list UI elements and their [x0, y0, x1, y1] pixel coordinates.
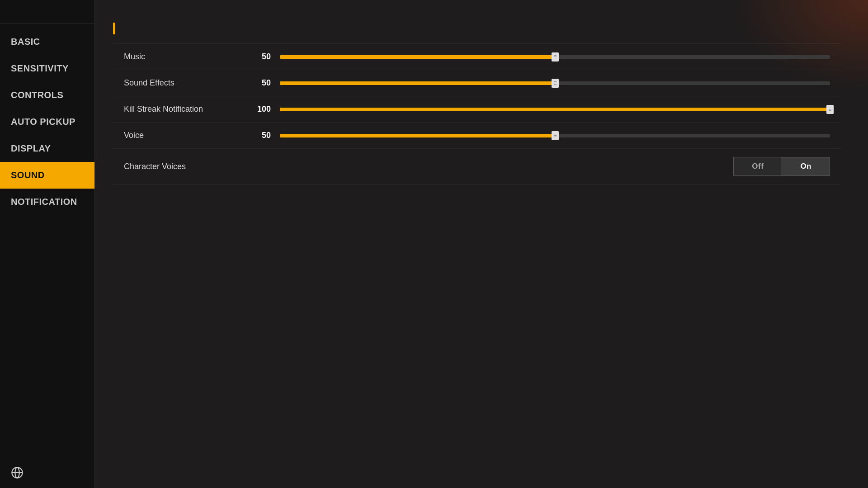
- setting-row-sound-effects: Sound Effects50: [113, 70, 841, 96]
- close-button[interactable]: [837, 5, 859, 27]
- slider-thumb-voice[interactable]: [552, 131, 559, 140]
- setting-label-sound-effects: Sound Effects: [124, 78, 250, 88]
- slider-track-music[interactable]: [280, 55, 830, 59]
- sidebar: BASICSENSITIVITYCONTROLSAUTO PICKUPDISPL…: [0, 0, 95, 488]
- section-bar-accent: [113, 23, 115, 34]
- section-header: [113, 23, 841, 34]
- slider-value-kill-streak: 100: [250, 104, 271, 114]
- sidebar-item-controls[interactable]: CONTROLS: [0, 82, 94, 109]
- setting-row-music: Music50: [113, 43, 841, 70]
- slider-container-voice: 50: [250, 131, 830, 140]
- setting-label-voice: Voice: [124, 131, 250, 140]
- slider-thumb-music[interactable]: [552, 52, 559, 62]
- slider-container-kill-streak: 100: [250, 104, 830, 114]
- setting-row-character-voices: Character VoicesOffOn: [113, 149, 841, 185]
- sidebar-item-sound[interactable]: SOUND: [0, 162, 94, 189]
- setting-label-music: Music: [124, 52, 250, 62]
- slider-thumb-sound-effects[interactable]: [552, 79, 559, 88]
- setting-row-kill-streak: Kill Streak Notification100: [113, 96, 841, 123]
- slider-track-sound-effects[interactable]: [280, 81, 830, 85]
- toggle-on-character-voices[interactable]: On: [782, 157, 830, 176]
- slider-value-music: 50: [250, 52, 271, 62]
- settings-panel: Music50Sound Effects50Kill Streak Notifi…: [95, 0, 868, 488]
- slider-value-voice: 50: [250, 131, 271, 140]
- sidebar-nav: BASICSENSITIVITYCONTROLSAUTO PICKUPDISPL…: [0, 24, 94, 457]
- slider-container-sound-effects: 50: [250, 78, 830, 88]
- sidebar-item-notification[interactable]: NOTIFICATION: [0, 189, 94, 215]
- slider-track-voice[interactable]: [280, 134, 830, 137]
- settings-rows: Music50Sound Effects50Kill Streak Notifi…: [113, 43, 841, 185]
- slider-container-music: 50: [250, 52, 830, 62]
- slider-track-kill-streak[interactable]: [280, 108, 830, 111]
- slider-value-sound-effects: 50: [250, 78, 271, 88]
- main-content: Music50Sound Effects50Kill Streak Notifi…: [95, 0, 868, 488]
- setting-label-kill-streak: Kill Streak Notification: [124, 104, 250, 114]
- sidebar-item-auto-pickup[interactable]: AUTO PICKUP: [0, 109, 94, 135]
- setting-row-voice: Voice50: [113, 123, 841, 149]
- sidebar-item-display[interactable]: DISPLAY: [0, 135, 94, 162]
- app-title: [0, 0, 94, 24]
- setting-label-character-voices: Character Voices: [124, 162, 250, 171]
- toggle-off-character-voices[interactable]: Off: [733, 157, 782, 176]
- globe-icon: [11, 466, 24, 479]
- sidebar-item-basic[interactable]: BASIC: [0, 28, 94, 55]
- toggle-container-character-voices: OffOn: [733, 157, 830, 176]
- sidebar-footer: [0, 457, 94, 488]
- sidebar-item-sensitivity[interactable]: SENSITIVITY: [0, 55, 94, 82]
- slider-thumb-kill-streak[interactable]: [826, 105, 834, 114]
